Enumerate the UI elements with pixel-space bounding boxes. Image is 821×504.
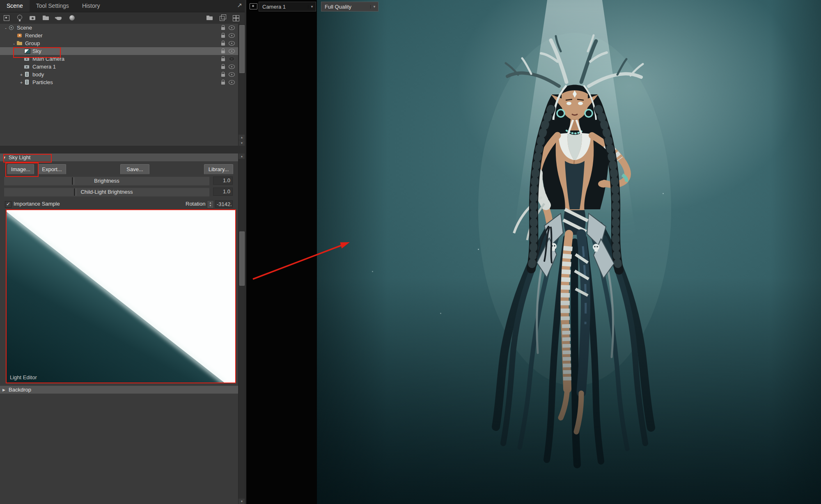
duplicate-icon[interactable] [218,14,227,23]
add-object-icon[interactable] [2,14,11,23]
importance-sample-checkbox[interactable]: ✓ [5,201,11,208]
rotation-label: Rotation [186,201,205,207]
dust-speck [547,222,548,223]
quality-select[interactable]: Full Quality ▼ [321,2,378,11]
panel-splitter[interactable] [0,146,246,153]
child-light-brightness-label: Child-Light Brightness [4,188,209,196]
tree-row-scene[interactable]: - Scene [0,24,238,32]
tab-tool-settings[interactable]: Tool Settings [30,0,76,12]
child-light-brightness-value[interactable]: 1.0 [213,188,233,196]
add-camera-icon[interactable] [28,14,37,23]
step-down-icon[interactable]: ▼ [209,204,212,207]
sky-light-section-header[interactable]: ▼ Sky Light [0,153,238,161]
rotation-value[interactable]: -3142. [215,200,233,208]
tree-row-particles[interactable]: + Particles [0,78,238,86]
lock-icon[interactable] [221,82,225,85]
scene-tree: - Scene Render - Group Sky [0,24,238,146]
expander-icon[interactable]: - [11,41,16,46]
tab-history[interactable]: History [76,0,107,12]
folder-icon [16,41,23,46]
export-button[interactable]: Export... [38,164,66,174]
scroll-down-icon[interactable]: ▼ [239,499,245,504]
scroll-up-icon[interactable]: ▲ [239,135,245,140]
brightness-label: Brightness [4,177,209,185]
tree-scrollbar[interactable]: ▲ ▼ [238,24,245,146]
brightness-slider-row: Brightness 1.0 [0,176,246,185]
expander-icon[interactable]: + [19,72,24,77]
panel-scrollbar[interactable]: ▲ ▼ [238,153,245,504]
eye-icon[interactable] [229,80,235,85]
chevron-down-icon: ▼ [370,5,378,9]
lock-icon[interactable] [221,50,225,53]
tree-scroll-thumb[interactable] [239,25,245,73]
tab-scene[interactable]: Scene [0,0,30,12]
add-turntable-icon[interactable] [55,14,64,23]
tree-label: Scene [17,25,32,31]
camera-icon [24,64,30,70]
open-folder-icon[interactable] [205,14,214,23]
camera-icon [24,56,30,62]
dust-speck [663,193,664,194]
lock-icon[interactable] [221,74,225,77]
brightness-slider[interactable]: Brightness [4,176,209,186]
chevron-down-icon: ▼ [2,156,7,160]
sky-gradient-image [7,210,235,383]
viewport-render[interactable] [317,0,821,504]
save-button[interactable]: Save... [120,164,149,174]
scroll-down-icon[interactable]: ▼ [239,140,245,146]
camera-select-value: Camera 1 [259,4,308,10]
tree-label: body [32,71,44,78]
child-light-brightness-slider[interactable]: Child-Light Brightness [4,188,209,197]
eye-icon[interactable] [229,64,235,69]
lock-icon[interactable] [221,35,225,38]
marmoset-toolbag-window: Scene Tool Settings History ↗ - Scene [0,0,821,504]
eye-icon[interactable] [229,33,235,38]
sky-image-preview[interactable]: Light Editor [6,209,236,383]
popout-panel-icon[interactable]: ↗ [237,2,242,9]
scroll-up-icon[interactable]: ▲ [239,153,245,159]
tree-label: Main Camera [32,56,64,62]
dust-speck [372,271,373,272]
dust-speck [440,313,441,314]
eye-icon[interactable] [229,49,235,53]
mesh-icon [24,72,30,78]
dust-speck [478,249,479,250]
eye-icon[interactable] [229,25,235,30]
backdrop-section-header[interactable]: ▶ Backdrop [0,386,238,394]
tree-row-camera-1[interactable]: Camera 1 [0,63,238,71]
tree-label: Particles [32,79,53,85]
lock-icon[interactable] [221,43,225,46]
tree-row-body[interactable]: + body [0,71,238,78]
eye-icon[interactable] [229,41,235,46]
tree-row-sky[interactable]: Sky [0,47,238,55]
tree-label: Group [25,40,40,46]
image-button[interactable]: Image... [7,164,34,174]
rotation-stepper[interactable]: ▲ ▼ [207,200,214,208]
expander-icon[interactable]: + [19,80,24,85]
tree-row-group[interactable]: - Group [0,39,238,47]
eye-icon[interactable] [229,57,235,61]
library-button[interactable]: Library... [204,164,233,174]
viewport-3d[interactable]: Camera 1 ▼ Full Quality ▼ [246,0,821,504]
panel-scroll-thumb[interactable] [239,231,245,286]
tree-row-render[interactable]: Render [0,32,238,39]
importance-sample-label: Importance Sample [14,201,60,207]
camera-select[interactable]: Camera 1 ▼ [259,2,316,11]
add-material-icon[interactable] [68,14,77,23]
sky-light-panel: ▼ Sky Light Image... Export... Save... L… [0,153,246,504]
add-folder-icon[interactable] [41,14,50,23]
preview-caption: Light Editor [10,374,37,380]
add-light-icon[interactable] [15,14,24,23]
lock-icon[interactable] [221,27,225,30]
brightness-value[interactable]: 1.0 [213,176,233,185]
lock-icon[interactable] [221,66,225,69]
scene-toolbar [0,12,246,24]
tree-row-main-camera[interactable]: Main Camera [0,55,238,63]
eye-icon[interactable] [229,72,235,77]
lock-icon[interactable] [221,58,225,61]
step-up-icon[interactable]: ▲ [209,202,212,204]
tree-label: Camera 1 [32,64,56,70]
expander-icon[interactable]: - [3,25,8,30]
light-beam [505,0,644,296]
grid-icon[interactable] [232,14,241,23]
